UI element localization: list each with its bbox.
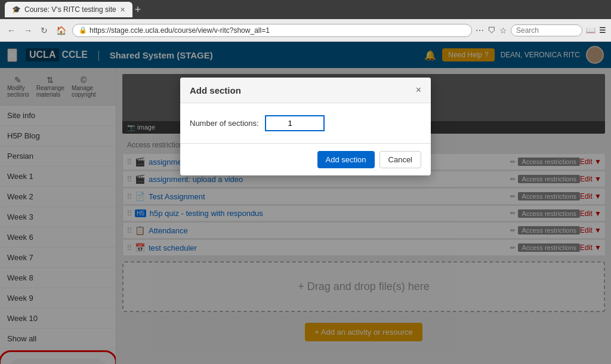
- address-bar[interactable]: 🔒 https://stage.ccle.ucla.edu/course/vie…: [72, 24, 472, 37]
- tab-title: Course: V's RITC testing site: [24, 5, 116, 14]
- modal-title: Add section: [190, 85, 241, 95]
- browser-titlebar: 🎓 Course: V's RITC testing site ✕ +: [0, 0, 611, 19]
- reload-button[interactable]: ↻: [38, 24, 50, 36]
- new-tab-button[interactable]: +: [135, 4, 141, 16]
- tab-favicon: 🎓: [12, 5, 21, 14]
- menu-icon[interactable]: ☰: [599, 26, 606, 35]
- search-input[interactable]: [511, 24, 582, 36]
- modal-add-section-button[interactable]: Add section: [317, 151, 375, 168]
- back-button[interactable]: ←: [5, 24, 18, 36]
- modal-sections-label: Number of sections:: [190, 119, 259, 128]
- address-text: https://stage.ccle.ucla.edu/course/view/…: [90, 26, 465, 35]
- sections-count-input[interactable]: [265, 115, 325, 131]
- extensions-icon[interactable]: ⋯: [476, 26, 484, 35]
- toolbar-icons: ⋯ ⛉ ☆: [476, 26, 507, 35]
- forward-button[interactable]: →: [21, 24, 35, 36]
- browser-toolbar: ← → ↻ 🏠 🔒 https://stage.ccle.ucla.edu/co…: [0, 19, 611, 42]
- reader-icon[interactable]: 📖: [586, 26, 595, 35]
- modal-body: Number of sections:: [180, 103, 431, 143]
- modal-close-button[interactable]: ×: [416, 85, 421, 95]
- modal-footer: Add section Cancel: [180, 143, 431, 175]
- tab-close-icon[interactable]: ✕: [120, 6, 125, 14]
- bookmark-icon[interactable]: ⛉: [487, 26, 496, 35]
- secure-icon: 🔒: [79, 26, 87, 34]
- modal-form-row: Number of sections:: [190, 115, 421, 131]
- modal-header: Add section ×: [180, 78, 431, 103]
- home-button[interactable]: 🏠: [54, 24, 69, 36]
- browser-tab[interactable]: 🎓 Course: V's RITC testing site ✕: [5, 2, 132, 17]
- modal-backdrop: Add section × Number of sections: Add se…: [0, 42, 611, 364]
- modal-cancel-button[interactable]: Cancel: [379, 151, 421, 168]
- add-section-modal: Add section × Number of sections: Add se…: [180, 78, 431, 175]
- star-icon[interactable]: ☆: [499, 26, 507, 35]
